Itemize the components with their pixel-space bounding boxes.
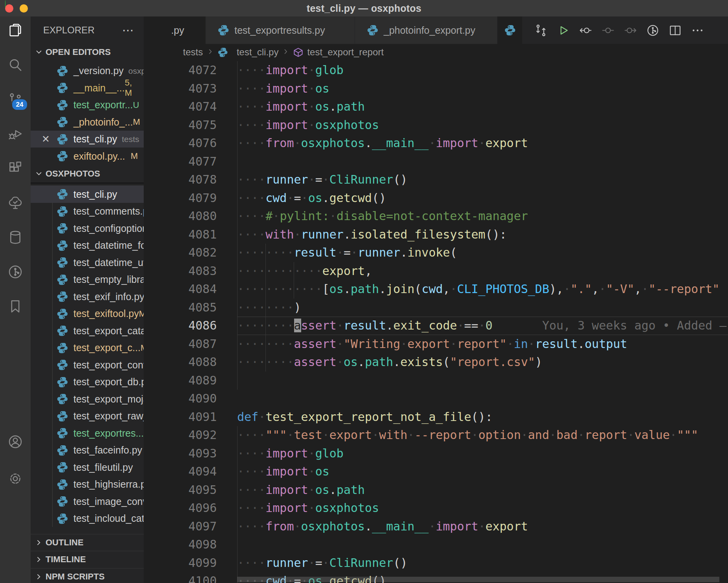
open-editor-item[interactable]: exiftool.py...M [31, 148, 144, 165]
tree-item[interactable]: test_faceinfo.py [31, 442, 144, 459]
compare-changes-icon[interactable] [533, 22, 549, 38]
minimize-window-button[interactable] [20, 4, 28, 13]
code-line[interactable]: 4082········result·=·runner.invoke( [144, 244, 728, 262]
code-line[interactable]: 4075····import·osxphotos [144, 116, 728, 135]
breadcrumb-folder[interactable]: tests [183, 47, 203, 58]
run-and-debug-icon[interactable] [7, 125, 24, 142]
open-editor-item[interactable]: ✕ test_cli.pytests [31, 131, 144, 148]
code-line[interactable]: 4089 [144, 372, 728, 390]
more-actions-icon[interactable] [690, 22, 706, 38]
open-editor-item[interactable]: __main__...5, M [31, 79, 144, 97]
tree-item[interactable]: test_export_raw_ca... [31, 408, 144, 425]
current-change-icon[interactable] [600, 22, 616, 38]
breadcrumb-symbol[interactable]: test_export_report [293, 47, 384, 58]
code-line[interactable]: 4088········assert·os.path.exists("repor… [144, 353, 728, 372]
open-editors-header[interactable]: OPEN EDITORS [31, 44, 144, 61]
code-line[interactable]: 4073····import·os [144, 80, 728, 98]
code-line[interactable]: 4098 [144, 536, 728, 554]
run-icon[interactable] [555, 22, 571, 38]
code-line[interactable]: 4085········) [144, 299, 728, 317]
code-line[interactable]: 4095····import·os.path [144, 481, 728, 499]
extensions-icon[interactable] [7, 160, 24, 177]
line-number: 4080 [144, 207, 237, 226]
code-line[interactable]: 4090 [144, 390, 728, 408]
tree-item[interactable]: test_fileutil.py [31, 459, 144, 476]
tree-item[interactable]: test_datetime_utils.... [31, 254, 144, 271]
code-line[interactable]: 4094····import·os [144, 463, 728, 481]
code-line[interactable]: 4079····cwd·=·os.getcwd() [144, 189, 728, 208]
tree-item[interactable]: test_export_mojave... [31, 390, 144, 408]
code-line[interactable]: 4093····import·glob [144, 445, 728, 463]
tree-item[interactable]: test_highsierra.py [31, 476, 144, 493]
tree-item[interactable]: test_export_db.py [31, 373, 144, 391]
git-graph-icon[interactable] [7, 263, 24, 281]
code-line[interactable]: 4086········assert·result.exit_code·==·0… [144, 317, 728, 335]
code-line[interactable]: 4091def·test_export_report_not_a_file(): [144, 408, 728, 426]
code-token: export [329, 428, 372, 442]
split-editor-icon[interactable] [667, 22, 683, 38]
code-line[interactable]: 4096····import·osxphotos [144, 499, 728, 517]
close-icon[interactable]: ✕ [42, 133, 50, 145]
timeline-section-header[interactable]: TIMELINE [31, 551, 144, 568]
npm-scripts-section-header[interactable]: NPM SCRIPTS [31, 568, 144, 583]
tab-test-exportresults[interactable]: test_exportresults.py [206, 16, 355, 44]
code-line[interactable]: 4077 [144, 153, 728, 171]
line-number: 4096 [144, 499, 237, 517]
code-line[interactable]: 4087········assert·"Writing·export·repor… [144, 335, 728, 353]
settings-gear-icon[interactable] [7, 470, 24, 487]
tree-item[interactable]: test_cli.py [31, 186, 144, 203]
tree-item[interactable]: test_comments.py [31, 203, 144, 220]
previous-change-icon[interactable] [578, 22, 594, 38]
tree-item[interactable]: test_incloud_catali... [31, 510, 144, 527]
git-graph-icon[interactable] [645, 22, 661, 38]
code-line[interactable]: 4099····runner·=·CliRunner() [144, 554, 728, 572]
tree-item[interactable]: test_exiftool.pyM [31, 305, 144, 322]
code-line[interactable]: 4081····with·runner.isolated_filesystem(… [144, 226, 728, 244]
pinned-python-tab[interactable] [498, 16, 523, 44]
outline-section-header[interactable]: OUTLINE [31, 534, 144, 551]
code-token: CliRunner [329, 556, 393, 570]
close-window-button[interactable] [5, 4, 13, 13]
code-token: glob [315, 446, 344, 460]
bookmark-icon[interactable] [7, 298, 24, 315]
tree-item[interactable]: test_configoptions.... [31, 220, 144, 237]
source-control-icon[interactable]: 24 [7, 91, 24, 108]
tree-item[interactable]: test_export_catalin... [31, 322, 144, 339]
tab-test-cli-partial[interactable]: .py [144, 16, 206, 44]
tree-item[interactable]: test_empty_library_... [31, 271, 144, 288]
open-editor-item[interactable]: test_exportr...U [31, 97, 144, 114]
database-icon[interactable] [7, 229, 24, 246]
tree-item[interactable]: test_exif_info.py [31, 288, 144, 305]
folder-section-header[interactable]: OSXPHOTOS [31, 165, 144, 182]
search-icon[interactable] [7, 56, 24, 73]
tree-item[interactable]: test_image_convert... [31, 493, 144, 510]
code-line[interactable]: 4074····import·os.path [144, 98, 728, 116]
more-actions-icon[interactable]: ⋯ [122, 28, 135, 32]
horizontal-scrollbar[interactable] [237, 577, 719, 582]
code-line[interactable]: 4078····runner·=·CliRunner() [144, 171, 728, 189]
python-icon [57, 393, 68, 405]
code-token: , [635, 282, 642, 296]
zoom-window-button[interactable] [5, 0, 5, 8]
code-line[interactable]: 4092····"""·test·export·with·--report·op… [144, 426, 728, 445]
account-icon[interactable] [7, 433, 24, 450]
tree-item[interactable]: test_export_conver... [31, 356, 144, 373]
tree-item[interactable]: test_export_c...M [31, 339, 144, 357]
tree-item[interactable]: test_datetime_form... [31, 237, 144, 254]
code-line[interactable]: 4080····#·pylint:·disable=not-context-ma… [144, 207, 728, 226]
code-token: . [400, 246, 407, 259]
tree-item[interactable]: test_exportres...U [31, 424, 144, 442]
code-line[interactable]: 4084············[os.path.join(cwd,·CLI_P… [144, 280, 728, 299]
tab-photoinfo-export[interactable]: _photoinfo_export.py [355, 16, 498, 44]
code-line[interactable]: 4083············export, [144, 262, 728, 281]
code-line[interactable]: 4072····import·glob [144, 61, 728, 80]
open-editor-item[interactable]: _photoinfo_...M [31, 113, 144, 131]
testing-icon[interactable] [7, 194, 24, 211]
code-editor[interactable]: 4072····import·glob4073····import·os4074… [144, 60, 728, 583]
open-editor-item[interactable]: _version.pyosxp... [31, 62, 144, 80]
breadcrumb-file[interactable]: test_cli.py [218, 47, 279, 58]
next-change-icon[interactable] [622, 22, 638, 38]
code-line[interactable]: 4097····from·osxphotos.__main__·import·e… [144, 517, 728, 536]
code-line[interactable]: 4076····from·osxphotos.__main__·import·e… [144, 134, 728, 153]
explorer-icon[interactable] [7, 22, 24, 39]
